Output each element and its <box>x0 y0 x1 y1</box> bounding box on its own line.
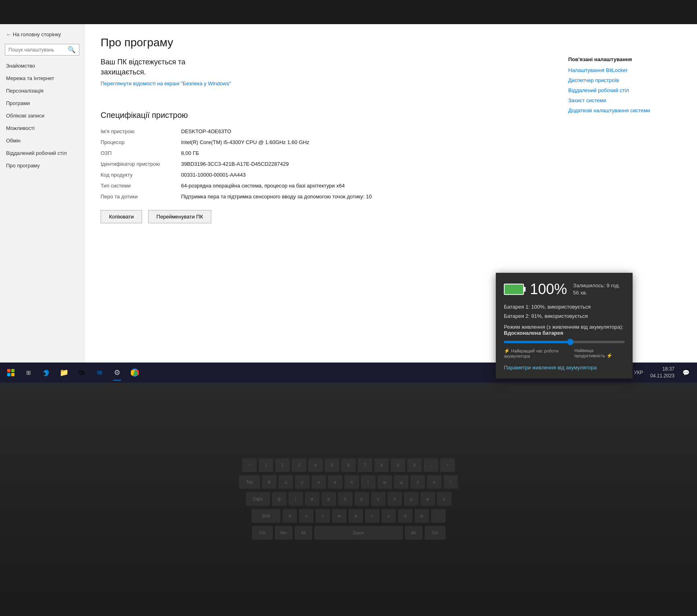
key-a[interactable]: ф <box>272 492 287 507</box>
sidebar-item-2[interactable]: Персоналізація <box>0 84 84 97</box>
key-ctrl-r[interactable]: Ctrl <box>425 526 445 540</box>
key-w[interactable]: ц <box>278 475 293 490</box>
key-c[interactable]: с <box>316 509 330 523</box>
key-alt-r[interactable]: Alt <box>405 526 423 540</box>
clock[interactable]: 18:37 04.11.2023 <box>647 366 678 379</box>
sidebar-item-5[interactable]: Можливості <box>0 122 84 134</box>
key-6[interactable]: 6 <box>341 458 356 473</box>
sidebar-item-6[interactable]: Обмін <box>0 134 84 147</box>
key-win[interactable]: Win <box>275 526 293 540</box>
rename-pc-button[interactable]: Перейменувати ПК <box>148 210 212 223</box>
sidebar-item-3[interactable]: Програми <box>0 97 84 109</box>
key-4[interactable]: 4 <box>308 458 323 473</box>
language-indicator[interactable]: УКР <box>632 370 645 375</box>
sidebar-item-8[interactable]: Про програму <box>0 159 84 172</box>
key-i[interactable]: ш <box>377 475 392 490</box>
key-semi[interactable]: ж <box>421 492 435 507</box>
key-z[interactable]: я <box>283 509 297 523</box>
edge-button[interactable] <box>37 364 55 381</box>
key-e[interactable]: у <box>295 475 309 490</box>
key-q[interactable]: й <box>262 475 276 490</box>
key-quote[interactable]: є <box>437 492 452 507</box>
key-k[interactable]: л <box>388 492 402 507</box>
battery-header: 100% Залишилось: 9 год. 56 хв. <box>504 281 625 298</box>
key-h[interactable]: р <box>355 492 369 507</box>
key-equals[interactable]: = <box>440 458 455 473</box>
key-2[interactable]: 2 <box>275 458 290 473</box>
key-s[interactable]: і <box>289 492 303 507</box>
copy-button[interactable]: Копіювати <box>101 210 142 223</box>
key-bracket-r[interactable]: ї <box>443 475 458 490</box>
key-tab[interactable]: Tab <box>239 475 260 490</box>
key-7[interactable]: 7 <box>358 458 372 473</box>
settings-button[interactable]: ⚙ <box>108 364 126 381</box>
sidebar-item-4[interactable]: Облікові записи <box>0 109 84 122</box>
key-v[interactable]: м <box>332 509 346 523</box>
related-link-1[interactable]: Диспетчер пристроїв <box>568 77 681 83</box>
key-r[interactable]: к <box>311 475 326 490</box>
key-f[interactable]: а <box>322 492 336 507</box>
key-bracket-l[interactable]: х <box>427 475 441 490</box>
key-ctrl-l[interactable]: Ctrl <box>252 526 273 540</box>
key-comma[interactable]: б <box>398 509 412 523</box>
sidebar-item-1[interactable]: Мережа та Інтернет <box>0 72 84 84</box>
back-icon: ← <box>6 31 11 37</box>
related-settings: Пов'язані налаштування Налаштування BitL… <box>568 56 681 117</box>
key-9[interactable]: 9 <box>391 458 405 473</box>
key-t[interactable]: е <box>328 475 342 490</box>
key-1[interactable]: 1 <box>259 458 273 473</box>
task-view-button[interactable]: ⊞ <box>20 364 37 381</box>
key-g[interactable]: п <box>338 492 353 507</box>
related-link-2[interactable]: Віддалений робочий стіл <box>568 87 681 93</box>
key-n[interactable]: т <box>365 509 379 523</box>
key-5[interactable]: 5 <box>325 458 339 473</box>
key-row-0: ~ 1 2 3 4 5 6 7 8 9 0 - = <box>239 458 458 473</box>
related-link-0[interactable]: Налаштування BitLocker <box>568 67 681 73</box>
key-slash[interactable]: . <box>431 509 445 523</box>
search-input[interactable] <box>8 47 68 53</box>
key-caps[interactable]: Caps <box>246 492 270 507</box>
related-link-4[interactable]: Додаткові налаштування системи <box>568 107 681 113</box>
clock-time: 18:37 <box>650 366 674 373</box>
notification-button[interactable]: 💬 <box>680 364 692 381</box>
key-tilde[interactable]: ~ <box>242 458 257 473</box>
key-shift-l[interactable]: Shift <box>252 509 280 523</box>
key-d[interactable]: в <box>305 492 320 507</box>
sidebar-item-7[interactable]: Віддалений робочий стіл <box>0 147 84 159</box>
key-u[interactable]: г <box>361 475 375 490</box>
start-button[interactable] <box>2 364 20 381</box>
key-b[interactable]: и <box>348 509 363 523</box>
key-p[interactable]: з <box>410 475 425 490</box>
sidebar-item-0[interactable]: Знайомство <box>0 60 84 72</box>
related-link-3[interactable]: Захист системи <box>568 97 681 103</box>
spec-value-1: Intel(R) Core(TM) i5-4300Y CPU @ 1.60GHz… <box>181 139 382 145</box>
explorer-button[interactable]: 📁 <box>55 364 73 381</box>
key-o[interactable]: щ <box>394 475 408 490</box>
mail-button[interactable]: ✉ <box>91 364 108 381</box>
windows-security-link[interactable]: Переглянути відомості на екрані "Безпека… <box>101 80 231 87</box>
win-logo-q2 <box>11 369 14 372</box>
key-j[interactable]: о <box>371 492 386 507</box>
key-alt-l[interactable]: Alt <box>295 526 312 540</box>
key-0[interactable]: 0 <box>407 458 422 473</box>
sidebar-search-container: 🔍 <box>5 44 79 56</box>
key-period[interactable]: ю <box>414 509 429 523</box>
chrome-button[interactable] <box>126 364 144 381</box>
key-l[interactable]: д <box>404 492 419 507</box>
spec-row-5: Тип системи 64-розрядна операційна систе… <box>101 180 382 191</box>
key-y[interactable]: н <box>344 475 359 490</box>
key-m[interactable]: ь <box>381 509 396 523</box>
battery-settings-link[interactable]: Параметри живлення від акумулятора <box>504 365 625 371</box>
key-minus[interactable]: - <box>424 458 438 473</box>
store-button[interactable]: 🛍 <box>73 364 91 381</box>
key-row-3: Shift я ч с м и т ь б ю . <box>239 509 458 523</box>
spec-label-1: Процесор <box>101 139 181 145</box>
spec-label-6: Перо та дотики <box>101 194 181 200</box>
mail-icon: ✉ <box>97 369 102 377</box>
key-x[interactable]: ч <box>299 509 313 523</box>
key-8[interactable]: 8 <box>374 458 389 473</box>
key-space[interactable]: Space <box>314 526 403 540</box>
battery-slider[interactable] <box>504 341 625 343</box>
key-3[interactable]: 3 <box>292 458 306 473</box>
sidebar-back-button[interactable]: ← На головну сторінку <box>0 28 84 41</box>
